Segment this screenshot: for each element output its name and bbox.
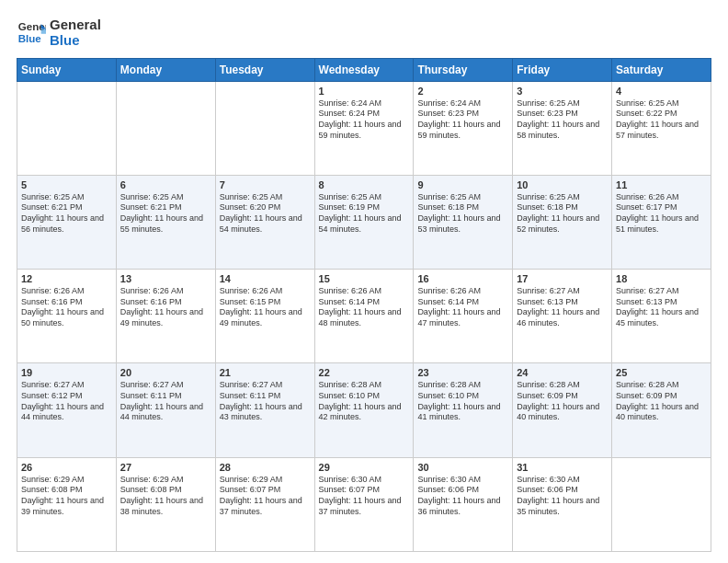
day-info: Sunrise: 6:29 AM Sunset: 6:08 PM Dayligh… — [21, 475, 112, 518]
day-info: Sunrise: 6:28 AM Sunset: 6:10 PM Dayligh… — [319, 380, 410, 423]
day-number: 15 — [319, 273, 410, 284]
weekday-header-tuesday: Tuesday — [215, 58, 314, 81]
svg-marker-3 — [41, 29, 46, 34]
day-number: 12 — [21, 273, 112, 284]
weekday-header-friday: Friday — [513, 58, 612, 81]
calendar-cell: 16Sunrise: 6:26 AM Sunset: 6:14 PM Dayli… — [414, 270, 513, 363]
logo-general: General — [50, 17, 101, 32]
calendar-cell: 1Sunrise: 6:24 AM Sunset: 6:24 PM Daylig… — [314, 81, 414, 175]
logo: General Blue General Blue — [17, 17, 101, 49]
calendar-cell: 18Sunrise: 6:27 AM Sunset: 6:13 PM Dayli… — [612, 270, 711, 363]
svg-text:Blue: Blue — [18, 33, 42, 44]
day-number: 5 — [21, 179, 112, 190]
day-info: Sunrise: 6:26 AM Sunset: 6:16 PM Dayligh… — [120, 286, 211, 329]
day-number: 1 — [319, 86, 410, 97]
calendar-week-2: 5Sunrise: 6:25 AM Sunset: 6:21 PM Daylig… — [17, 175, 711, 269]
day-number: 26 — [21, 462, 112, 473]
calendar-cell: 19Sunrise: 6:27 AM Sunset: 6:12 PM Dayli… — [17, 363, 117, 457]
day-info: Sunrise: 6:25 AM Sunset: 6:22 PM Dayligh… — [616, 98, 707, 142]
day-info: Sunrise: 6:25 AM Sunset: 6:21 PM Dayligh… — [120, 192, 211, 236]
day-number: 29 — [319, 462, 410, 473]
calendar-cell: 12Sunrise: 6:26 AM Sunset: 6:16 PM Dayli… — [17, 270, 117, 363]
calendar-cell: 31Sunrise: 6:30 AM Sunset: 6:06 PM Dayli… — [513, 457, 612, 551]
day-info: Sunrise: 6:25 AM Sunset: 6:18 PM Dayligh… — [517, 192, 608, 236]
calendar-table: SundayMondayTuesdayWednesdayThursdayFrid… — [17, 58, 711, 553]
calendar-cell — [17, 81, 117, 175]
day-number: 20 — [120, 367, 211, 378]
calendar-cell: 24Sunrise: 6:28 AM Sunset: 6:09 PM Dayli… — [513, 363, 612, 457]
day-number: 23 — [417, 367, 508, 378]
logo-icon: General Blue — [17, 17, 46, 47]
calendar-cell: 27Sunrise: 6:29 AM Sunset: 6:08 PM Dayli… — [116, 457, 215, 551]
day-number: 21 — [220, 367, 311, 378]
day-number: 28 — [220, 462, 311, 473]
day-info: Sunrise: 6:29 AM Sunset: 6:08 PM Dayligh… — [120, 475, 211, 518]
calendar-week-1: 1Sunrise: 6:24 AM Sunset: 6:24 PM Daylig… — [17, 81, 711, 175]
day-info: Sunrise: 6:26 AM Sunset: 6:17 PM Dayligh… — [616, 192, 707, 236]
page: General Blue General Blue SundayMondayTu… — [0, 0, 728, 563]
day-info: Sunrise: 6:25 AM Sunset: 6:18 PM Dayligh… — [417, 192, 508, 236]
day-number: 7 — [220, 179, 311, 190]
calendar-cell: 8Sunrise: 6:25 AM Sunset: 6:19 PM Daylig… — [314, 175, 414, 269]
calendar-cell: 25Sunrise: 6:28 AM Sunset: 6:09 PM Dayli… — [612, 363, 711, 457]
day-number: 16 — [417, 273, 508, 284]
day-number: 27 — [120, 462, 211, 473]
calendar-cell: 17Sunrise: 6:27 AM Sunset: 6:13 PM Dayli… — [513, 270, 612, 363]
day-info: Sunrise: 6:29 AM Sunset: 6:07 PM Dayligh… — [220, 475, 311, 518]
day-info: Sunrise: 6:24 AM Sunset: 6:24 PM Dayligh… — [319, 98, 410, 142]
logo-blue: Blue — [50, 32, 101, 48]
calendar-cell — [612, 457, 711, 551]
day-number: 30 — [417, 462, 508, 473]
calendar-cell: 10Sunrise: 6:25 AM Sunset: 6:18 PM Dayli… — [513, 175, 612, 269]
calendar-cell: 26Sunrise: 6:29 AM Sunset: 6:08 PM Dayli… — [17, 457, 117, 551]
calendar-cell: 20Sunrise: 6:27 AM Sunset: 6:11 PM Dayli… — [116, 363, 215, 457]
calendar-cell: 28Sunrise: 6:29 AM Sunset: 6:07 PM Dayli… — [215, 457, 314, 551]
day-number: 13 — [120, 273, 211, 284]
day-info: Sunrise: 6:26 AM Sunset: 6:15 PM Dayligh… — [220, 286, 311, 329]
calendar-cell: 30Sunrise: 6:30 AM Sunset: 6:06 PM Dayli… — [414, 457, 513, 551]
day-info: Sunrise: 6:27 AM Sunset: 6:11 PM Dayligh… — [120, 380, 211, 423]
calendar-cell — [116, 81, 215, 175]
day-info: Sunrise: 6:26 AM Sunset: 6:16 PM Dayligh… — [21, 286, 112, 329]
day-number: 8 — [319, 179, 410, 190]
day-info: Sunrise: 6:25 AM Sunset: 6:20 PM Dayligh… — [220, 192, 311, 236]
day-number: 10 — [517, 179, 608, 190]
day-number: 22 — [319, 367, 410, 378]
day-info: Sunrise: 6:28 AM Sunset: 6:10 PM Dayligh… — [417, 380, 508, 423]
calendar-cell: 14Sunrise: 6:26 AM Sunset: 6:15 PM Dayli… — [215, 270, 314, 363]
day-number: 2 — [417, 86, 508, 97]
day-number: 6 — [120, 179, 211, 190]
day-info: Sunrise: 6:28 AM Sunset: 6:09 PM Dayligh… — [517, 380, 608, 423]
calendar-cell: 23Sunrise: 6:28 AM Sunset: 6:10 PM Dayli… — [414, 363, 513, 457]
day-info: Sunrise: 6:27 AM Sunset: 6:11 PM Dayligh… — [220, 380, 311, 423]
calendar-cell: 11Sunrise: 6:26 AM Sunset: 6:17 PM Dayli… — [612, 175, 711, 269]
day-number: 19 — [21, 367, 112, 378]
day-number: 4 — [616, 86, 707, 97]
weekday-header-wednesday: Wednesday — [314, 58, 414, 81]
weekday-header-monday: Monday — [116, 58, 215, 81]
weekday-header-row: SundayMondayTuesdayWednesdayThursdayFrid… — [17, 58, 711, 81]
day-info: Sunrise: 6:26 AM Sunset: 6:14 PM Dayligh… — [319, 286, 410, 329]
weekday-header-saturday: Saturday — [612, 58, 711, 81]
calendar-cell: 5Sunrise: 6:25 AM Sunset: 6:21 PM Daylig… — [17, 175, 117, 269]
calendar-cell: 29Sunrise: 6:30 AM Sunset: 6:07 PM Dayli… — [314, 457, 414, 551]
day-number: 31 — [517, 462, 608, 473]
weekday-header-thursday: Thursday — [414, 58, 513, 81]
calendar-week-5: 26Sunrise: 6:29 AM Sunset: 6:08 PM Dayli… — [17, 457, 711, 551]
day-info: Sunrise: 6:25 AM Sunset: 6:21 PM Dayligh… — [21, 192, 112, 236]
day-info: Sunrise: 6:25 AM Sunset: 6:19 PM Dayligh… — [319, 192, 410, 236]
day-info: Sunrise: 6:25 AM Sunset: 6:23 PM Dayligh… — [517, 98, 608, 142]
calendar-cell: 7Sunrise: 6:25 AM Sunset: 6:20 PM Daylig… — [215, 175, 314, 269]
day-info: Sunrise: 6:30 AM Sunset: 6:06 PM Dayligh… — [417, 475, 508, 518]
day-info: Sunrise: 6:26 AM Sunset: 6:14 PM Dayligh… — [417, 286, 508, 329]
day-info: Sunrise: 6:27 AM Sunset: 6:13 PM Dayligh… — [616, 286, 707, 329]
day-info: Sunrise: 6:27 AM Sunset: 6:12 PM Dayligh… — [21, 380, 112, 423]
calendar-cell: 9Sunrise: 6:25 AM Sunset: 6:18 PM Daylig… — [414, 175, 513, 269]
day-number: 17 — [517, 273, 608, 284]
calendar-cell: 2Sunrise: 6:24 AM Sunset: 6:23 PM Daylig… — [414, 81, 513, 175]
day-info: Sunrise: 6:27 AM Sunset: 6:13 PM Dayligh… — [517, 286, 608, 329]
day-info: Sunrise: 6:30 AM Sunset: 6:06 PM Dayligh… — [517, 475, 608, 518]
day-info: Sunrise: 6:24 AM Sunset: 6:23 PM Dayligh… — [417, 98, 508, 142]
calendar-cell: 4Sunrise: 6:25 AM Sunset: 6:22 PM Daylig… — [612, 81, 711, 175]
header: General Blue General Blue — [17, 17, 711, 49]
